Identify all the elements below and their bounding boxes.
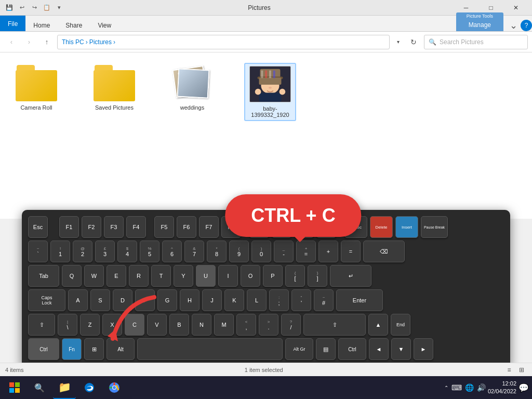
search-bar[interactable]: 🔍 Search Pictures xyxy=(424,35,528,49)
key-enter[interactable]: Enter xyxy=(336,289,383,311)
key-a[interactable]: A xyxy=(68,289,88,311)
tab-file[interactable]: File xyxy=(0,16,25,31)
file-item-weddings[interactable]: weddings xyxy=(166,63,218,113)
key-arrow-down[interactable]: ▼ xyxy=(391,338,411,360)
key-p[interactable]: P xyxy=(263,265,283,287)
key-enter-top[interactable]: ↵ xyxy=(330,265,371,287)
key-alt-left[interactable]: Alt xyxy=(107,338,135,360)
key-u[interactable]: U xyxy=(196,265,216,287)
key-tab[interactable]: Tab xyxy=(28,265,59,287)
qa-properties-btn[interactable]: 📋 xyxy=(42,3,52,13)
key-f2[interactable]: F2 xyxy=(82,216,101,238)
key-6[interactable]: ^6 xyxy=(162,241,182,262)
key-slash[interactable]: ?/ xyxy=(281,314,301,336)
tab-home[interactable]: Home xyxy=(25,18,58,32)
key-period[interactable]: >. xyxy=(259,314,278,336)
key-4[interactable]: $4 xyxy=(117,241,137,262)
key-f7[interactable]: F7 xyxy=(199,216,219,238)
tab-share[interactable]: Share xyxy=(58,18,90,32)
back-button[interactable]: ‹ xyxy=(4,35,19,49)
key-backtick[interactable]: ~` xyxy=(28,241,48,262)
key-n[interactable]: N xyxy=(192,314,211,336)
key-ctrl-right[interactable]: Ctrl xyxy=(338,338,366,360)
key-delete[interactable]: Delete xyxy=(370,216,393,238)
key-5[interactable]: %5 xyxy=(140,241,159,262)
key-pause[interactable]: Pause Break xyxy=(421,216,448,238)
help-button[interactable]: ? xyxy=(521,20,532,31)
key-1[interactable]: !1 xyxy=(50,241,70,262)
taskbar-edge[interactable] xyxy=(78,376,101,399)
refresh-button[interactable]: ↻ xyxy=(406,35,421,49)
key-hash[interactable]: ~# xyxy=(314,289,334,311)
key-shift-right[interactable]: ⇧ xyxy=(303,314,366,336)
key-j[interactable]: J xyxy=(202,289,222,311)
address-dropdown-btn[interactable]: ▾ xyxy=(393,35,403,49)
view-details-btn[interactable]: ≡ xyxy=(504,365,514,375)
key-d[interactable]: D xyxy=(113,289,132,311)
key-lbracket[interactable]: {[ xyxy=(285,265,305,287)
tray-notification-icon[interactable]: 💬 xyxy=(518,383,529,393)
key-backspace[interactable]: ⌫ xyxy=(363,241,405,262)
key-x[interactable]: X xyxy=(102,314,122,336)
key-equals2[interactable]: = xyxy=(341,241,361,262)
file-item-saved-pictures[interactable]: Saved Pictures xyxy=(88,63,140,113)
qa-dropdown-btn[interactable]: ▾ xyxy=(54,3,64,13)
taskbar-clock[interactable]: 12:02 02/04/2022 xyxy=(488,380,516,396)
key-s[interactable]: S xyxy=(90,289,110,311)
key-8[interactable]: *8 xyxy=(207,241,227,262)
key-g[interactable]: G xyxy=(157,289,177,311)
key-space[interactable] xyxy=(137,338,283,360)
key-backslash[interactable]: |\ xyxy=(58,314,77,336)
key-minus[interactable]: _- xyxy=(274,241,294,262)
key-f6[interactable]: F6 xyxy=(177,216,196,238)
ribbon-collapse-btn[interactable]: ⌄ xyxy=(507,20,521,31)
up-button[interactable]: ↑ xyxy=(39,35,54,49)
file-item-baby-image[interactable]: baby-1399332_1920 xyxy=(244,63,296,121)
address-bar[interactable]: This PC › Pictures › xyxy=(57,35,390,49)
key-c[interactable]: C xyxy=(125,314,144,336)
key-9[interactable]: (9 xyxy=(229,241,249,262)
qa-undo-btn[interactable]: ↩ xyxy=(17,3,27,13)
taskbar-search[interactable]: 🔍 xyxy=(28,376,51,399)
key-alt-gr[interactable]: Alt Gr xyxy=(285,338,313,360)
key-comma[interactable]: <, xyxy=(236,314,256,336)
key-y[interactable]: Y xyxy=(174,265,193,287)
key-end[interactable]: End xyxy=(391,314,410,336)
forward-button[interactable]: › xyxy=(22,35,36,49)
key-insert[interactable]: Insert xyxy=(395,216,418,238)
tab-view[interactable]: View xyxy=(90,18,119,32)
key-ctrl-left[interactable]: Ctrl xyxy=(28,338,59,360)
key-l[interactable]: L xyxy=(247,289,267,311)
tray-chevron[interactable]: ⌃ xyxy=(444,385,448,391)
key-f3[interactable]: F3 xyxy=(104,216,124,238)
key-windows[interactable]: ⊞ xyxy=(84,338,104,360)
tab-manage[interactable]: Manage xyxy=(461,19,498,31)
key-k[interactable]: K xyxy=(224,289,244,311)
key-2[interactable]: @2 xyxy=(73,241,92,262)
key-r[interactable]: R xyxy=(129,265,149,287)
key-semicolon[interactable]: :; xyxy=(269,289,289,311)
key-f[interactable]: F xyxy=(135,289,155,311)
key-esc[interactable]: Esc xyxy=(28,216,48,238)
key-arrow-right[interactable]: ► xyxy=(414,338,433,360)
qa-save-btn[interactable]: 💾 xyxy=(4,3,15,13)
key-menu[interactable]: ▤ xyxy=(316,338,336,360)
key-0[interactable]: )0 xyxy=(251,241,271,262)
key-z[interactable]: Z xyxy=(80,314,100,336)
key-rbracket[interactable]: }] xyxy=(308,265,327,287)
key-v[interactable]: V xyxy=(147,314,167,336)
taskbar-chrome[interactable] xyxy=(103,376,126,399)
key-o[interactable]: O xyxy=(241,265,260,287)
file-item-camera-roll[interactable]: Camera Roll xyxy=(10,63,62,113)
address-part-pictures[interactable]: Pictures xyxy=(89,38,112,46)
key-h[interactable]: H xyxy=(180,289,200,311)
key-t[interactable]: T xyxy=(151,265,171,287)
key-e[interactable]: E xyxy=(107,265,126,287)
key-f5[interactable]: F5 xyxy=(154,216,174,238)
key-arrow-up[interactable]: ▲ xyxy=(368,314,388,336)
key-quote[interactable]: "' xyxy=(291,289,311,311)
taskbar-explorer[interactable]: 📁 xyxy=(53,376,76,399)
tray-volume-icon[interactable]: 🔊 xyxy=(477,383,486,392)
key-f4[interactable]: F4 xyxy=(126,216,146,238)
key-shift-left[interactable]: ⇧ xyxy=(28,314,55,336)
